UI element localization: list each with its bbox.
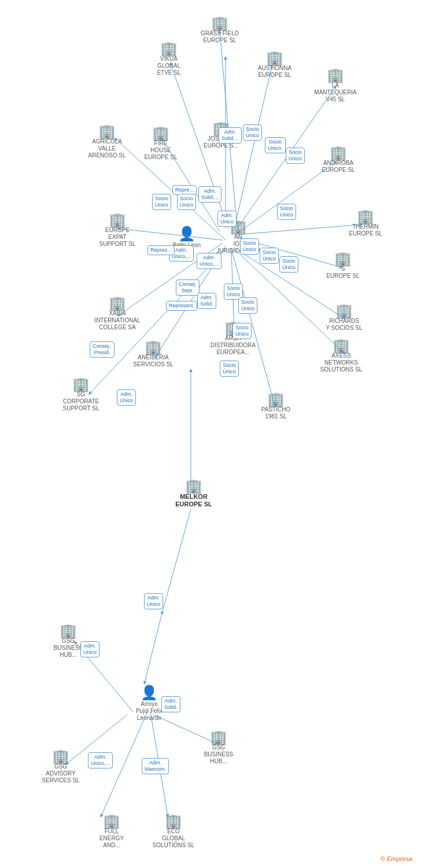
building-icon: 🏢 — [165, 814, 182, 828]
thermin-label: THERMINEUROPE SL — [349, 223, 382, 237]
axess-node: 🏢 AXESSNETWORKSSOLUTIONS SL — [318, 339, 364, 373]
europe-expat-node: 🏢 EUROPEEXPATSUPPORT SL — [94, 213, 141, 248]
thermin-node: 🏢 THERMINEUROPE SL — [342, 209, 389, 237]
relation-represent: Represent. — [166, 301, 197, 311]
europe-expat-label: EUROPEEXPATSUPPORT SL — [99, 227, 136, 248]
person-icon: 👤 — [141, 685, 158, 701]
relation-socio-unico-6: SocioÚnico — [277, 204, 296, 220]
melkor-label: MELKOREUROPE SL — [175, 493, 212, 508]
sg-corporate-label: SGCORPORATESUPPORT SL — [63, 391, 99, 412]
relation-socio-unico-12: SocioÚnico — [232, 323, 252, 339]
svg-line-22 — [145, 613, 162, 683]
relation-adm-solid-arroyo: Adm.Solid. — [161, 696, 180, 712]
full-energy-label: FULLENERGYAND... — [99, 828, 124, 849]
building-icon: 🏢 — [60, 624, 77, 638]
pasticho-label: PASTICHO1981 SL — [261, 406, 290, 420]
grass-field-node: 🏢 GRASS FIELD EUROPE SL — [197, 16, 243, 44]
agricola-node: 🏢 AGRICOLAVALLEARENOSO SL — [84, 124, 130, 159]
building-icon: 🏢 — [210, 730, 227, 744]
la-mantequeria-node: 🏢 LAMANTEQUERIAV45 SL — [312, 68, 359, 103]
relation-adm-solid-2: Adm.Solid.... — [198, 186, 221, 203]
relation-socio-unico-1: SocioÚnico — [243, 124, 262, 141]
building-icon: 🏢 — [109, 213, 126, 227]
vikua-label: VIKUAGLOBALETVE SL — [157, 56, 180, 76]
relation-consej-presid: Consej..Presid. — [90, 341, 115, 358]
building-icon: 🏢 — [266, 51, 283, 65]
gsg-hub2-label: GSGBUSINESSHUB... — [204, 744, 234, 765]
gsg-hub2-node: 🏢 GSGBUSINESSHUB... — [195, 730, 242, 765]
relation-adm-unico-advisory: Adm.Unico,... — [88, 752, 113, 768]
relation-socio-unico-13: SocioÚnico — [220, 361, 239, 377]
relation-adm-mancom: Adm.Mancom. — [142, 758, 169, 774]
andiroba-node: 🏢 ANDIROBAEUROPE SL — [315, 146, 361, 174]
building-icon: 🏢 — [160, 42, 178, 56]
relation-socio-unico-2: SocioÚnico. — [265, 137, 286, 153]
building-icon: 🏢 — [103, 814, 120, 828]
svg-line-21 — [162, 509, 191, 613]
building-icon: 🏢 — [267, 392, 285, 406]
austionna-label: AUSTIONNAEUROPE SL — [258, 65, 291, 79]
relation-adm-unico-hub1: Adm.Unico — [80, 641, 99, 657]
building-icon: 🏢 — [152, 126, 169, 140]
xabia-label: XABIAINTERNATIONALCOLLEGE SA — [94, 310, 140, 331]
relation-socio-unico-8: SocioÚnico — [260, 248, 279, 264]
aneiberia-node: 🏢 ANEIBERIASERVICIOS SL — [130, 340, 176, 368]
relation-socio-unico-4: SocioÚnico — [152, 194, 171, 210]
s-europe-label: SEUROPE SL — [326, 266, 359, 279]
agricola-label: AGRICOLAVALLEARENOSO SL — [88, 138, 125, 159]
sg-corporate-node: 🏢 SGCORPORATESUPPORT SL — [58, 377, 104, 412]
gsg-advisory-label: GSGADVISORYSERVICES SL — [42, 763, 79, 784]
eco-global-label: ECOGLOBALSOLUTIONS SL — [153, 828, 195, 849]
eco-global-node: 🏢 ECOGLOBALSOLUTIONS SL — [150, 814, 197, 849]
richards-label: RICHARDSY SOCIOS SL — [326, 318, 362, 332]
relation-socio-unico-11: SocioÚnico — [238, 297, 257, 314]
building-icon: 🏢 — [72, 377, 90, 391]
fire-house-node: 🏢 FIREHOUSEEUROPE SL — [138, 126, 184, 161]
building-icon: 🏢 — [335, 304, 353, 318]
building-icon: 🏢 — [333, 339, 350, 352]
fire-house-label: FIREHOUSEEUROPE SL — [144, 140, 177, 161]
relation-adm-unico-melkor: Adm.Unico — [144, 593, 163, 609]
vikua-node: 🏢 VIKUAGLOBALETVE SL — [146, 42, 192, 76]
richards-node: 🏢 RICHARDSY SOCIOS SL — [321, 304, 367, 332]
building-icon: 🏢 — [357, 209, 374, 223]
la-mantequeria-label: LAMANTEQUERIAV45 SL — [314, 82, 356, 103]
building-icon: 🏢 — [211, 16, 228, 30]
austionna-node: 🏢 AUSTIONNAEUROPE SL — [252, 51, 298, 79]
relation-socio-unico-7: SocioÚnico — [240, 238, 259, 255]
gsg-hub1-label: GSGBUSINESSHUB... — [54, 638, 83, 659]
relation-socio-unico-9: SocioÚnico — [279, 256, 298, 273]
grass-field-label: GRASS FIELD EUROPE SL — [197, 30, 243, 44]
relation-adm-solid-1: Adm.Solid.... — [219, 127, 242, 144]
building-icon: 🏢 — [330, 146, 347, 160]
relation-socio-unico-5: SocioÚnico — [177, 194, 196, 210]
melkor-node: 🏢 MELKOREUROPE SL — [165, 479, 223, 508]
building-icon: 🏢 — [98, 124, 116, 138]
gsg-advisory-node: 🏢 GSGADVISORYSERVICES SL — [38, 749, 84, 784]
relation-adm-unico-1: Adm.Unico — [217, 211, 237, 227]
relation-repres-2: Repres... — [147, 245, 175, 255]
building-icon: 🏢 — [327, 68, 344, 82]
andiroba-label: ANDIROBAEUROPE SL — [322, 160, 354, 174]
relation-consej: Consej.Sepr. — [176, 279, 200, 296]
full-energy-node: 🏢 FULLENERGYAND... — [88, 814, 135, 849]
axess-label: AXESSNETWORKSSOLUTIONS SL — [320, 352, 363, 373]
person-icon: 👤 — [178, 226, 195, 242]
building-icon: 🏢 — [334, 252, 352, 266]
arroyo-label: ArroyoPujol FelixLeonardo — [136, 701, 163, 722]
building-icon: 🏢 — [145, 340, 162, 354]
building-icon: 🏢 — [109, 296, 126, 310]
building-icon-orange: 🏢 — [185, 479, 202, 493]
relation-adm-unico-sg: Adm.Unico — [117, 389, 136, 406]
s-europe-node: 🏢 SEUROPE SL — [320, 252, 366, 279]
copyright: © Empresa — [381, 855, 412, 862]
relation-adm-solid-3: Adm.Solid. — [197, 293, 216, 309]
aneiberia-label: ANEIBERIASERVICIOS SL — [133, 354, 173, 368]
relation-socio-unico-3: SocioÚnico — [286, 148, 305, 164]
building-icon: 🏢 — [52, 749, 69, 763]
pasticho-node: 🏢 PASTICHO1981 SL — [253, 392, 299, 420]
relation-adm-unico-3: Adm.Unico,... — [197, 253, 221, 269]
xabia-node: 🏢 XABIAINTERNATIONALCOLLEGE SA — [94, 296, 141, 331]
